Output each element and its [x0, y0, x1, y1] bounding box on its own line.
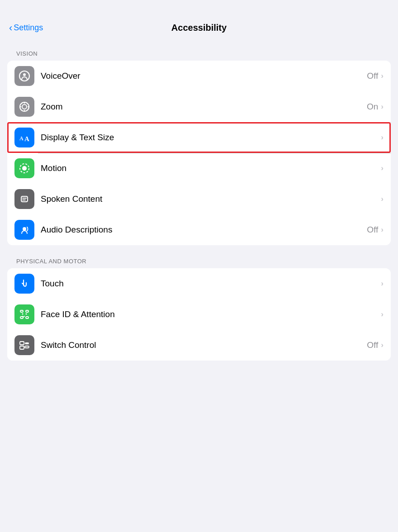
back-chevron-icon: ‹ — [9, 23, 12, 33]
row-label-switch-control: Switch Control — [41, 340, 367, 350]
svg-point-3 — [22, 104, 27, 109]
svg-point-21 — [26, 314, 27, 315]
section-vision: VISION VoiceOverOff› ZoomOn› A A Display… — [0, 50, 398, 245]
svg-rect-22 — [20, 342, 24, 345]
content: VISION VoiceOverOff› ZoomOn› A A Display… — [0, 50, 398, 361]
row-label-zoom: Zoom — [41, 102, 367, 112]
row-label-motion: Motion — [41, 163, 378, 173]
row-label-touch: Touch — [41, 279, 378, 289]
header: ‹ Settings Accessibility — [0, 0, 398, 38]
display-icon: A A — [14, 128, 34, 147]
svg-rect-16 — [20, 310, 23, 312]
svg-rect-25 — [25, 346, 29, 348]
settings-row-touch[interactable]: Touch› — [7, 268, 391, 299]
settings-row-display-text-size[interactable]: A A Display & Text Size› — [7, 122, 391, 153]
svg-rect-17 — [26, 310, 28, 312]
svg-rect-24 — [25, 342, 29, 344]
chevron-icon-faceid: › — [381, 310, 384, 319]
chevron-icon-switch-control: › — [381, 341, 384, 350]
motion-icon — [14, 158, 34, 178]
row-label-voiceover: VoiceOver — [41, 71, 367, 81]
chevron-icon-display-text-size: › — [381, 133, 384, 142]
svg-point-10 — [22, 166, 27, 171]
settings-row-voiceover[interactable]: VoiceOverOff› — [7, 61, 391, 91]
svg-rect-19 — [26, 317, 28, 318]
svg-text:A: A — [19, 135, 24, 142]
svg-point-20 — [22, 314, 24, 315]
settings-row-switch-control[interactable]: Switch ControlOff› — [7, 330, 391, 361]
voiceover-icon — [14, 66, 34, 86]
chevron-icon-motion: › — [381, 164, 384, 173]
svg-rect-18 — [20, 317, 23, 318]
settings-row-spoken-content[interactable]: Spoken Content› — [7, 184, 391, 214]
zoom-icon — [14, 97, 34, 117]
chevron-icon-zoom: › — [381, 102, 384, 111]
settings-row-audio-descriptions[interactable]: Audio DescriptionsOff› — [7, 214, 391, 245]
section-label-physical-motor: PHYSICAL AND MOTOR — [0, 258, 398, 265]
svg-rect-23 — [20, 346, 24, 349]
faceid-icon — [14, 304, 34, 324]
row-value-zoom: On — [367, 102, 378, 112]
row-label-display-text-size: Display & Text Size — [41, 133, 378, 142]
row-label-spoken-content: Spoken Content — [41, 194, 378, 204]
settings-group-vision: VoiceOverOff› ZoomOn› A A Display & Text… — [7, 61, 391, 245]
section-label-vision: VISION — [0, 50, 398, 57]
svg-rect-12 — [21, 196, 28, 202]
row-value-switch-control: Off — [367, 340, 378, 350]
back-button[interactable]: ‹ Settings — [9, 23, 43, 33]
settings-row-faceid[interactable]: Face ID & Attention› — [7, 299, 391, 330]
svg-text:A: A — [24, 135, 29, 142]
row-value-audio-descriptions: Off — [367, 225, 378, 235]
svg-point-1 — [23, 73, 26, 76]
spoken-icon — [14, 189, 34, 209]
page-title: Accessibility — [171, 23, 227, 33]
audio-icon — [14, 220, 34, 240]
row-label-audio-descriptions: Audio Descriptions — [41, 225, 367, 235]
row-value-voiceover: Off — [367, 71, 378, 81]
section-physical-motor: PHYSICAL AND MOTOR Touch› Face ID & Atte… — [0, 258, 398, 361]
switch-icon — [14, 335, 34, 355]
settings-row-zoom[interactable]: ZoomOn› — [7, 91, 391, 122]
svg-point-15 — [23, 227, 26, 231]
chevron-icon-audio-descriptions: › — [381, 225, 384, 234]
row-label-faceid: Face ID & Attention — [41, 309, 378, 319]
back-label: Settings — [14, 23, 43, 33]
settings-row-motion[interactable]: Motion› — [7, 153, 391, 184]
chevron-icon-touch: › — [381, 279, 384, 288]
touch-icon — [14, 274, 34, 294]
settings-group-physical-motor: Touch› Face ID & Attention› Switch Contr… — [7, 268, 391, 361]
chevron-icon-voiceover: › — [381, 71, 384, 81]
chevron-icon-spoken-content: › — [381, 195, 384, 204]
